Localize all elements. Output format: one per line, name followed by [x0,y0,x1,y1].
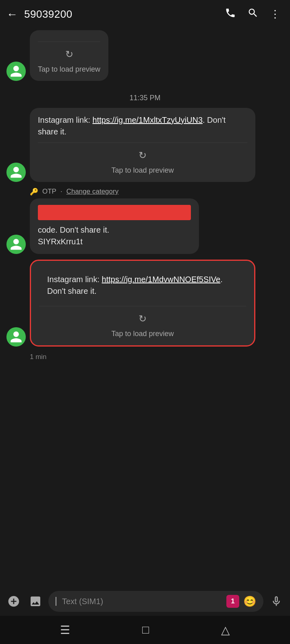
otp-message-text: code. Don't share it.SIYRxKrru1t [38,224,191,248]
redacted-content [38,205,191,220]
otp-message-bubble[interactable]: code. Don't share it.SIYRxKrru1t [30,198,199,254]
refresh-icon: ↻ [139,312,147,326]
instagram-link[interactable]: https://ig.me/1MxltxTzyUyiUN3 [93,116,203,124]
key-icon: 🔑 [30,188,38,196]
change-category-button[interactable]: Change category [66,188,118,196]
refresh-icon: ↻ [65,47,73,62]
preview-area[interactable]: ↻ Tap to load preview [38,142,247,175]
mic-button[interactable] [267,592,285,610]
add-button[interactable] [5,592,23,610]
text-cursor [56,597,56,606]
message-text-pre: Instagram link: [47,275,102,284]
phone-icon[interactable] [225,7,236,21]
otp-badge: OTP [42,188,56,196]
preview-label: Tap to load preview [111,328,174,339]
message-text-pre: Instagram link: [38,116,93,124]
message-bubble[interactable]: ↻ Tap to load preview [30,30,108,81]
avatar [6,62,26,81]
suspicious-message-bubble[interactable]: Instagram link: https://ig.me/1MdvwNNOEf… [30,260,255,347]
nav-home-icon[interactable]: □ [142,623,149,636]
emoji-button[interactable]: 😊 [243,595,256,608]
preview-label: Tap to load preview [38,64,100,74]
back-button[interactable]: ← [6,8,18,21]
suspicious-message-row: Instagram link: https://ig.me/1MdvwNNOEf… [6,260,284,347]
top-bar-icons: ⋮ [225,7,280,21]
text-input[interactable]: Text (SIM1) [62,597,222,606]
instagram-link-2[interactable]: https://ig.me/1MdvwNNOEf5SIVe [102,275,221,284]
sim-badge: 1 [226,595,239,608]
message-row: Instagram link: https://ig.me/1MxltxTzyU… [6,108,284,182]
avatar [6,235,26,254]
input-bar: Text (SIM1) 1 😊 [0,587,290,616]
nav-back-icon[interactable]: △ [221,623,230,637]
message-time: 1 min [30,353,284,361]
nav-menu-icon[interactable]: ☰ [60,623,70,637]
timestamp: 11:35 PM [6,94,284,102]
conversation-title: 59039200 [24,8,218,21]
preview-area-2[interactable]: ↻ Tap to load preview [39,306,246,339]
message-bubble[interactable]: Instagram link: https://ig.me/1MxltxTzyU… [30,108,255,182]
preview-label: Tap to load preview [111,165,174,175]
avatar [6,163,26,182]
refresh-icon: ↻ [139,149,147,163]
preview-area[interactable]: ↻ Tap to load preview [38,41,100,74]
otp-separator: · [60,188,62,196]
suspicious-message-text: Instagram link: https://ig.me/1MdvwNNOEf… [39,267,246,301]
search-icon[interactable] [247,7,259,21]
messages-area: ↻ Tap to load preview 11:35 PM Instagram… [0,26,290,587]
text-input-wrap[interactable]: Text (SIM1) 1 😊 [48,591,263,612]
otp-message-row: code. Don't share it.SIYRxKrru1t [6,198,284,254]
avatar [6,327,26,347]
top-bar: ← 59039200 ⋮ [0,0,290,26]
attach-image-button[interactable] [27,592,44,610]
otp-label-row: 🔑 OTP · Change category [30,188,284,196]
more-options-icon[interactable]: ⋮ [270,8,280,21]
message-row: ↻ Tap to load preview [6,30,284,81]
nav-bar: ☰ □ △ [0,616,290,644]
